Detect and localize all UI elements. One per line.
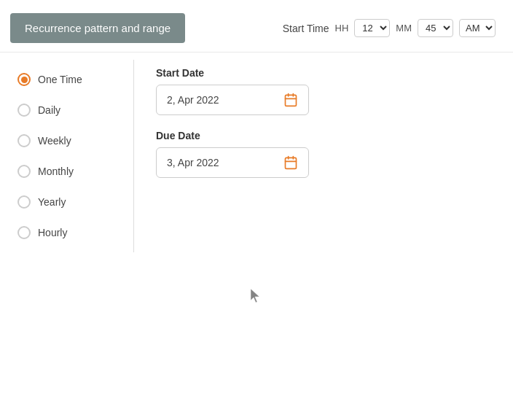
cursor-area [0,260,513,332]
radio-one-time[interactable] [17,73,31,86]
svg-rect-0 [286,95,297,106]
main-content: One Time Daily Weekly Monthly Yearly Hou [0,52,513,260]
due-date-value: 3, Apr 2022 [167,157,219,168]
label-weekly: Weekly [38,135,71,147]
svg-rect-4 [286,158,297,168]
hh-label: HH [335,23,349,34]
recurrence-option-monthly[interactable]: Monthly [10,159,133,184]
recurrence-option-one-time[interactable]: One Time [10,67,133,92]
radio-daily[interactable] [17,104,31,117]
date-section: Start Date 2, Apr 2022 Due Date 3, Apr 2… [134,60,503,252]
due-date-input[interactable]: 3, Apr 2022 [156,147,309,178]
label-hourly: Hourly [38,227,67,238]
am-pm-select[interactable]: AM PM [459,19,496,37]
recurrence-option-hourly[interactable]: Hourly [10,220,133,245]
app-container: Recurrence pattern and range Start Time … [0,0,513,332]
mouse-cursor [251,289,262,303]
recurrence-option-yearly[interactable]: Yearly [10,190,133,214]
radio-yearly[interactable] [17,195,31,209]
recurrence-option-daily[interactable]: Daily [10,98,133,122]
start-date-value: 2, Apr 2022 [167,94,219,106]
due-date-label: Due Date [156,130,481,141]
start-date-label: Start Date [156,67,481,79]
radio-hourly[interactable] [17,226,31,239]
recurrence-option-weekly[interactable]: Weekly [10,128,133,153]
header: Recurrence pattern and range Start Time … [0,0,513,52]
label-yearly: Yearly [38,196,66,208]
radio-weekly[interactable] [17,134,31,147]
recurrence-list: One Time Daily Weekly Monthly Yearly Hou [10,60,134,252]
radio-monthly[interactable] [17,165,31,178]
page-title: Recurrence pattern and range [10,13,185,43]
due-date-group: Due Date 3, Apr 2022 [156,130,481,178]
label-one-time: One Time [38,74,82,85]
hh-select[interactable]: 12 123 456 789 1011 [354,19,390,37]
label-daily: Daily [38,104,60,116]
mm-select[interactable]: 45 001530 [418,19,453,37]
start-date-group: Start Date 2, Apr 2022 [156,67,481,115]
start-date-input[interactable]: 2, Apr 2022 [156,85,309,115]
start-time-label: Start Time [283,23,329,34]
calendar-icon-start [283,93,298,107]
label-monthly: Monthly [38,166,74,177]
start-time-section: Start Time HH 12 123 456 789 1011 MM 45 … [283,19,496,37]
mm-label: MM [396,23,412,34]
calendar-icon-due [283,155,298,170]
